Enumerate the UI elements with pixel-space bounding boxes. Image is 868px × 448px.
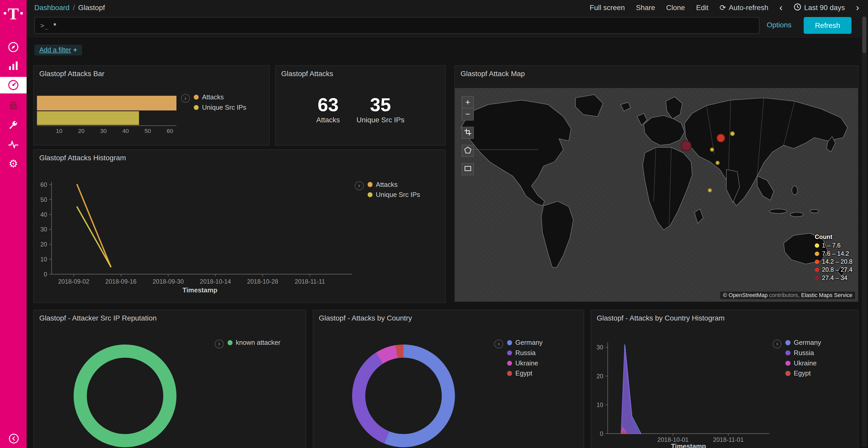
breadcrumb-current: Glastopf [78,4,105,12]
svg-text:10: 10 [40,256,47,263]
x-axis-tick-label: 40 [120,128,131,134]
query-input-value: * [53,21,56,30]
chart-legend: › AttacksUnique Src IPs [355,181,420,199]
legend-item[interactable]: Unique Src IPs [194,104,246,111]
breadcrumb-separator: / [73,4,75,12]
legend-label: Attacks [376,181,398,188]
legend-item[interactable]: Attacks [368,181,420,188]
map-zoom-out-button[interactable]: − [462,108,474,120]
legend-item[interactable]: known attacker [227,339,281,346]
legend-item[interactable]: Germany [785,339,821,346]
top-nav-bar: Dashboard / Glastopf Full screen Share C… [27,0,868,15]
fullscreen-button[interactable]: Full screen [590,4,625,12]
map-controls: + − [462,96,474,175]
x-axis-ticks: 102030405060 [37,128,220,136]
sidebar-item-devtools[interactable] [0,117,27,133]
attack-bubbles-layer[interactable] [455,88,858,302]
legend-item[interactable]: Unique Src IPs [368,191,420,199]
refresh-button[interactable]: Refresh [804,17,851,34]
legend-color-dot [194,95,199,100]
clone-button[interactable]: Clone [666,4,685,12]
query-input[interactable]: >_ * [34,17,760,34]
breadcrumb-dashboard-link[interactable]: Dashboard [34,4,69,12]
legend-toggle-icon[interactable]: › [773,340,781,348]
x-axis-tick-label: 30 [98,128,109,134]
legend-label: Unique Src IPs [202,104,246,111]
ems-attribution-link[interactable]: Elastic Maps Service [801,292,852,298]
map-draw-rectangle-button[interactable] [462,163,474,175]
svg-text:30: 30 [596,344,603,351]
legend-item[interactable]: Ukraine [507,359,543,367]
legend-list: GermanyRussiaUkraineEgypt [507,339,543,377]
legend-item[interactable]: Egypt [507,370,543,377]
legend-item[interactable]: Attacks [194,94,246,101]
sidebar-item-monitoring[interactable] [0,136,27,152]
map-fit-bounds-button[interactable] [462,127,474,139]
sidebar: T [0,0,27,448]
chart-legend: › known attacker [215,339,280,348]
sidebar-item-visualize[interactable] [0,58,27,74]
legend-color-dot [815,260,819,264]
telekom-logo[interactable]: T [0,0,27,30]
panel-glastopf-attacks-by-country: Glastopf - Attacks by Country › GermanyR… [313,310,584,448]
auto-refresh-button[interactable]: ⟳ Auto-refresh [719,4,768,12]
legend-item[interactable]: Egypt [785,370,821,377]
legend-toggle-icon[interactable]: › [494,340,503,348]
legend-color-dot [785,361,790,366]
time-range-button[interactable]: Last 90 days [794,3,845,13]
panel-glastopf-attacks-bar: Glastopf Attacks Bar 102030405060 › Atta… [33,65,270,145]
bar-unique-src-ips[interactable] [37,111,139,125]
bar-chart-icon [7,60,20,72]
svg-text:0: 0 [44,271,47,278]
panel-title: Glastopf Attacks Bar [34,66,269,82]
time-forward-chevron[interactable]: › [856,3,859,12]
legend-item[interactable]: Russia [507,349,543,357]
legend-item[interactable]: Russia [785,349,821,357]
vertical-scrollbar[interactable] [862,16,867,447]
legend-toggle-icon[interactable]: › [181,94,190,103]
edit-button[interactable]: Edit [696,4,708,12]
spy-mask-icon [7,100,20,112]
time-back-chevron[interactable]: ‹ [779,3,782,12]
chart-legend: › GermanyRussiaUkraineEgypt [773,339,821,377]
share-button[interactable]: Share [636,4,655,12]
dashboard-gauge-icon [7,79,20,91]
add-filter-button[interactable]: Add a filter+ [34,45,82,56]
panel-glastopf-attack-map: Glastopf Attack Map [455,65,859,302]
svg-text:2018-11-01: 2018-11-01 [713,436,744,443]
scrollbar-thumb[interactable] [862,16,866,53]
map-legend-range: 20.8 – 27.4 [815,266,852,273]
legend-item[interactable]: Ukraine [785,359,821,367]
legend-color-dot [227,340,232,345]
legend-toggle-icon[interactable]: › [215,340,223,348]
map-draw-polygon-button[interactable] [462,145,474,157]
country-donut-chart[interactable] [352,345,455,447]
query-options-link[interactable]: Options [767,21,792,29]
svg-text:10: 10 [596,402,603,408]
x-axis-tick-label: 60 [164,128,176,134]
legend-color-dot [815,276,819,280]
sidebar-collapse-button[interactable] [8,434,20,446]
svg-text:40: 40 [40,211,47,218]
refresh-cycle-icon: ⟳ [719,4,726,12]
map-zoom-in-button[interactable]: + [462,96,474,108]
osm-attribution-link[interactable]: © OpenStreetMap [723,292,768,298]
legend-list: GermanyRussiaUkraineEgypt [785,339,821,377]
sidebar-item-spy[interactable] [0,97,27,114]
sidebar-item-dashboard-active[interactable] [0,77,27,94]
legend-color-dot [507,361,512,366]
bar-attacks[interactable] [37,96,177,111]
legend-color-dot [368,192,373,197]
reputation-donut-chart[interactable] [74,345,177,447]
legend-toggle-icon[interactable]: › [355,181,364,190]
sidebar-item-discover[interactable] [0,39,27,55]
sidebar-item-management[interactable]: ⚙ [0,156,27,172]
legend-label: Russia [794,349,814,357]
legend-color-dot [368,182,373,187]
plus-icon: + [73,46,77,54]
svg-text:2018-09-02: 2018-09-02 [58,278,89,285]
legend-label: Attacks [202,94,224,101]
world-map-canvas[interactable]: + − [455,88,858,302]
rectangle-icon [464,165,472,174]
legend-item[interactable]: Germany [507,339,543,346]
